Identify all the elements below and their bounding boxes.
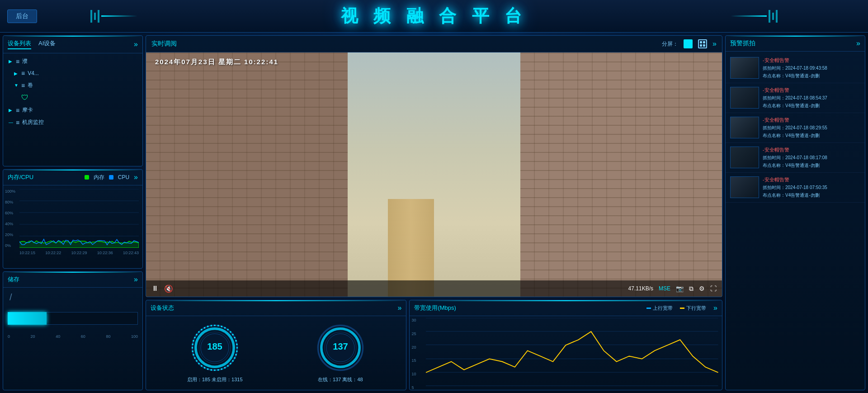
y-label-20: 20%	[5, 232, 15, 237]
deco-bar-6	[776, 10, 778, 23]
fullscreen-btn[interactable]: ⛶	[710, 285, 717, 292]
deco-bar-2	[94, 13, 96, 20]
gauge1: 185	[190, 323, 240, 373]
right-panel: 预警抓拍 » -安全帽告警 抓拍时间：2024-07-18 09:43:58 布…	[725, 35, 865, 390]
alert-type-2: -安全帽告警	[763, 117, 860, 123]
tab-ai-device[interactable]: AI设备	[38, 39, 56, 49]
svg-point-22	[235, 354, 237, 355]
deco-bar-5	[772, 13, 774, 20]
svg-point-29	[217, 369, 219, 371]
cpu-legend-label: CPU	[118, 174, 129, 180]
y-label-60: 60%	[5, 211, 15, 215]
settings-btn[interactable]: ⚙	[699, 285, 705, 292]
cpu-title: 内存/CPU	[8, 173, 33, 181]
cpu-chart-svg	[19, 189, 139, 248]
split-grid-btn[interactable]	[698, 39, 707, 48]
alert-time-4: 抓拍时间：2024-07-18 07:50:35	[763, 185, 860, 191]
x-label-0: 10:22:15	[19, 251, 35, 255]
video-expand-btn[interactable]: »	[712, 40, 717, 48]
svg-point-28	[221, 368, 223, 370]
device-item-6[interactable]: — ≡ 机房监控	[3, 116, 142, 128]
device-list: ▶ ≡ 濮 ▶ ≡ V4... ▼ ≡ 卷 🛡 ▶ ≡ 摩卡 — ≡ 机房监控	[3, 53, 142, 135]
storage-x-20: 20	[31, 334, 35, 339]
gauge2-wrap: 137 在线：137 离线：48	[316, 323, 365, 383]
device-name-2: V4...	[28, 70, 137, 76]
alert-expand-btn[interactable]: »	[856, 39, 860, 47]
device-name-6: 机房监控	[22, 118, 137, 126]
svg-point-16	[232, 334, 234, 336]
device-item-5[interactable]: ▶ ≡ 摩卡	[3, 104, 142, 116]
video-panel: 实时调阅 分屏： »	[146, 35, 722, 297]
right-panel-header: 预警抓拍 »	[726, 36, 865, 52]
storage-x-0: 0	[8, 334, 10, 339]
device-status-expand-btn[interactable]: »	[398, 304, 402, 312]
device-status-panel: 设备状态 »	[146, 300, 406, 390]
svg-point-46	[201, 329, 203, 331]
tree-arrow-2: ▶	[14, 71, 19, 76]
tree-arrow-5: ▶	[9, 108, 13, 113]
camera-view: 2024年07月23日 星期二 10:22:41 工：岗 22:4	[146, 52, 722, 297]
x-label-4: 10:22:43	[123, 251, 139, 255]
alert-item-2[interactable]: -安全帽告警 抓拍时间：2024-07-18 08:29:55 布点名称：V4告…	[726, 113, 865, 143]
bw-legend-down: 下行宽带	[680, 305, 706, 312]
deco-line-right	[731, 15, 767, 17]
grid-cell-2	[703, 41, 705, 43]
device-item-1[interactable]: ▶ ≡ 濮	[3, 55, 142, 67]
device-list-header: 设备列表 AI设备 »	[3, 36, 142, 53]
alert-item-4[interactable]: -安全帽告警 抓拍时间：2024-07-18 07:50:35 布点名称：V4告…	[726, 173, 865, 203]
svg-point-12	[221, 326, 223, 327]
svg-point-49	[211, 325, 212, 327]
device-icon-3: ≡	[21, 82, 25, 89]
storage-x-60: 60	[81, 334, 85, 339]
video-play-controls: ⏸ 🔇	[151, 284, 173, 293]
svg-point-43	[194, 337, 196, 339]
alert-thumb-1	[730, 87, 759, 109]
svg-point-32	[207, 368, 209, 370]
bw-chart-svg	[426, 318, 718, 393]
svg-point-18	[235, 340, 237, 342]
mute-button[interactable]: 🔇	[164, 284, 173, 293]
bw-expand-btn[interactable]: »	[713, 304, 717, 312]
bw-legend-up: 上行宽带	[646, 305, 673, 312]
copy-btn[interactable]: ⧉	[689, 285, 693, 293]
cpu-x-labels: 10:22:15 10:22:22 10:22:29 10:22:36 10:2…	[19, 251, 139, 255]
svg-point-13	[224, 327, 226, 329]
split-single-btn[interactable]	[684, 39, 693, 48]
alert-info-2: -安全帽告警 抓拍时间：2024-07-18 08:29:55 布点名称：V4告…	[763, 117, 860, 139]
cpu-expand-btn[interactable]: »	[134, 173, 138, 181]
alert-info-3: -安全帽告警 抓拍时间：2024-07-18 08:17:08 布点名称：V4告…	[763, 147, 860, 169]
device-item-4[interactable]: 🛡	[3, 91, 142, 104]
alert-location-4: 布点名称：V4告警通道-勿删	[763, 192, 860, 199]
storage-title: 储存	[8, 275, 19, 284]
alert-item-3[interactable]: -安全帽告警 抓拍时间：2024-07-18 08:17:08 布点名称：V4告…	[726, 143, 865, 173]
video-speed: 47.11KB/s	[628, 285, 653, 292]
memory-legend-label: 内存	[94, 174, 104, 181]
gauge2-value: 137	[333, 341, 348, 351]
pause-button[interactable]: ⏸	[151, 284, 159, 293]
y-label-100: 100%	[5, 189, 15, 194]
screenshot-btn[interactable]: 📷	[676, 285, 684, 292]
device-item-3[interactable]: ▼ ≡ 卷	[3, 79, 142, 91]
alert-item-1[interactable]: -安全帽告警 抓拍时间：2024-07-18 08:54:37 布点名称：V4告…	[726, 83, 865, 113]
alert-thumb-image-0	[731, 57, 759, 78]
bw-up-label: 上行宽带	[653, 305, 673, 312]
bw-down-dot	[680, 308, 684, 309]
device-tabs: 设备列表 AI设备	[8, 39, 56, 49]
device-name-1: 濮	[22, 57, 137, 65]
alert-location-2: 布点名称：V4告警通道-勿删	[763, 133, 860, 139]
alert-thumb-image-3	[731, 147, 759, 168]
alert-item-0[interactable]: -安全帽告警 抓拍时间：2024-07-18 09:43:58 布点名称：V4告…	[726, 53, 865, 83]
back-button[interactable]: 后台	[7, 9, 37, 23]
device-item-2[interactable]: ▶ ≡ V4...	[3, 67, 142, 79]
storage-bar-container	[8, 307, 138, 330]
svg-point-14	[227, 329, 229, 331]
device-expand-btn[interactable]: »	[134, 40, 138, 48]
storage-x-labels: 0 20 40 60 80 100	[8, 334, 138, 339]
storage-expand-btn[interactable]: »	[134, 275, 138, 284]
bw-y-15: 15	[411, 358, 416, 363]
cpu-y-axis: 100% 80% 60% 40% 20% 0%	[5, 189, 15, 248]
svg-point-38	[193, 354, 194, 355]
storage-panel: 储存 » / 0 20 40 60 80 100	[3, 271, 143, 390]
tab-device-list[interactable]: 设备列表	[8, 39, 31, 49]
video-info: 47.11KB/s MSE 📷 ⧉ ⚙ ⛶	[628, 285, 717, 293]
